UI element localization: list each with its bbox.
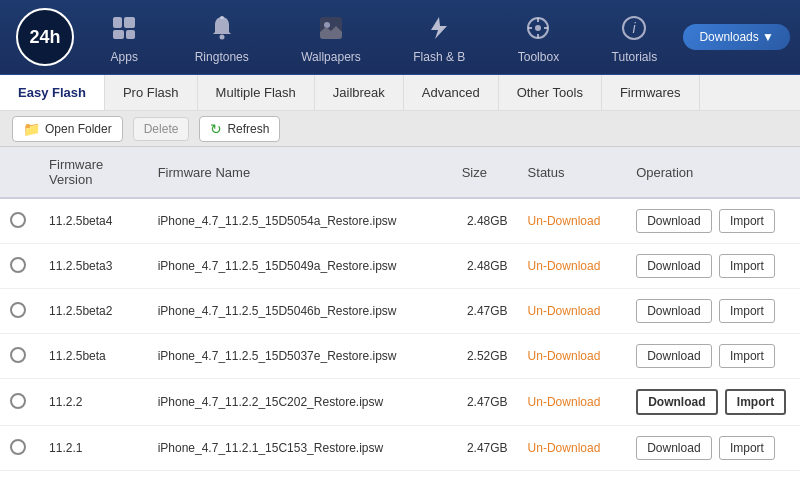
nav-item-flash[interactable]: Flash & B [398, 5, 480, 69]
firmware-operation: Download Import [626, 244, 800, 289]
table-row: 11.2.2 iPhone_4.7_11.2.2_15C202_Restore.… [0, 379, 800, 426]
import-button[interactable]: Import [719, 209, 775, 233]
firmware-operation: Download Import [626, 426, 800, 471]
download-button[interactable]: Download [636, 344, 711, 368]
col-status: Status [518, 147, 627, 198]
nav-item-ringtones[interactable]: Ringtones [180, 5, 264, 69]
tab-firmwares[interactable]: Firmwares [602, 75, 700, 110]
radio-button[interactable] [10, 393, 26, 409]
toolbox-icon [520, 10, 556, 46]
firmware-status: Un-Download [518, 289, 627, 334]
firmware-size: 2.48GB [452, 198, 518, 244]
firmware-size: 2.48GB [452, 244, 518, 289]
radio-cell [0, 244, 39, 289]
status-badge: Un-Download [528, 214, 601, 228]
import-button[interactable]: Import [719, 299, 775, 323]
flash-icon [421, 10, 457, 46]
nav-item-apps[interactable]: Apps [91, 5, 157, 69]
svg-text:i: i [633, 20, 637, 36]
toolbar: 📁 Open Folder Delete ↻ Refresh [0, 111, 800, 147]
download-button[interactable]: Download [636, 436, 711, 460]
radio-cell [0, 198, 39, 244]
tab-easy-flash[interactable]: Easy Flash [0, 75, 105, 110]
delete-label: Delete [144, 122, 179, 136]
refresh-label: Refresh [227, 122, 269, 136]
wallpaper-icon [313, 10, 349, 46]
import-button[interactable]: Import [719, 436, 775, 460]
nav-item-tutorials[interactable]: i Tutorials [597, 5, 673, 69]
open-folder-button[interactable]: 📁 Open Folder [12, 116, 123, 142]
table-row: 11.2.5beta3 iPhone_4.7_11.2.5_15D5049a_R… [0, 244, 800, 289]
import-button[interactable]: Import [719, 254, 775, 278]
firmware-version: 11.2.5beta3 [39, 244, 148, 289]
firmware-table: Firmware Version Firmware Name Size Stat… [0, 147, 800, 471]
table-row: 11.2.5beta4 iPhone_4.7_11.2.5_15D5054a_R… [0, 198, 800, 244]
nav-label-toolbox: Toolbox [518, 50, 559, 64]
import-button[interactable]: Import [719, 344, 775, 368]
radio-cell [0, 379, 39, 426]
delete-button[interactable]: Delete [133, 117, 190, 141]
logo-text: 24h [29, 27, 60, 48]
download-button[interactable]: Download [636, 299, 711, 323]
refresh-button[interactable]: ↻ Refresh [199, 116, 280, 142]
radio-button[interactable] [10, 439, 26, 455]
import-button[interactable]: Import [725, 389, 786, 415]
download-button[interactable]: Download [636, 389, 717, 415]
radio-cell [0, 289, 39, 334]
radio-button[interactable] [10, 212, 26, 228]
firmware-version: 11.2.5beta2 [39, 289, 148, 334]
nav-label-apps: Apps [111, 50, 138, 64]
tab-jailbreak[interactable]: Jailbreak [315, 75, 404, 110]
nav-item-toolbox[interactable]: Toolbox [503, 5, 574, 69]
info-icon: i [616, 10, 652, 46]
col-version: Firmware Version [39, 147, 148, 198]
download-button[interactable]: Download [636, 209, 711, 233]
firmware-version: 11.2.1 [39, 426, 148, 471]
firmware-operation: Download Import [626, 334, 800, 379]
radio-button[interactable] [10, 257, 26, 273]
nav-label-wallpapers: Wallpapers [301, 50, 361, 64]
firmware-version: 11.2.5beta [39, 334, 148, 379]
radio-button[interactable] [10, 302, 26, 318]
status-badge: Un-Download [528, 304, 601, 318]
firmware-version: 11.2.2 [39, 379, 148, 426]
table-row: 11.2.5beta iPhone_4.7_11.2.5_15D5037e_Re… [0, 334, 800, 379]
svg-rect-2 [113, 30, 124, 39]
downloads-top-button[interactable]: Downloads ▼ [683, 24, 790, 50]
firmware-status: Un-Download [518, 198, 627, 244]
radio-button[interactable] [10, 347, 26, 363]
status-badge: Un-Download [528, 395, 601, 409]
firmware-status: Un-Download [518, 426, 627, 471]
download-button[interactable]: Download [636, 254, 711, 278]
tab-advanced[interactable]: Advanced [404, 75, 499, 110]
svg-rect-3 [126, 30, 135, 39]
tab-pro-flash[interactable]: Pro Flash [105, 75, 198, 110]
svg-point-10 [535, 25, 541, 31]
nav-item-wallpapers[interactable]: Wallpapers [286, 5, 376, 69]
radio-cell [0, 334, 39, 379]
col-radio [0, 147, 39, 198]
tab-other-tools[interactable]: Other Tools [499, 75, 602, 110]
firmware-status: Un-Download [518, 334, 627, 379]
firmware-size: 2.47GB [452, 426, 518, 471]
firmware-name: iPhone_4.7_11.2.2_15C202_Restore.ipsw [148, 379, 452, 426]
firmware-name: iPhone_4.7_11.2.1_15C153_Restore.ipsw [148, 426, 452, 471]
col-size: Size [452, 147, 518, 198]
firmware-size: 2.52GB [452, 334, 518, 379]
firmware-version: 11.2.5beta4 [39, 198, 148, 244]
firmware-operation: Download Import [626, 289, 800, 334]
firmware-size: 2.47GB [452, 379, 518, 426]
refresh-icon: ↻ [210, 121, 222, 137]
apps-icon [106, 10, 142, 46]
tabs-bar: Easy Flash Pro Flash Multiple Flash Jail… [0, 75, 800, 111]
tab-multiple-flash[interactable]: Multiple Flash [198, 75, 315, 110]
table-row: 11.2.1 iPhone_4.7_11.2.1_15C153_Restore.… [0, 426, 800, 471]
status-badge: Un-Download [528, 259, 601, 273]
logo: 24h [16, 8, 74, 66]
table-header: Firmware Version Firmware Name Size Stat… [0, 147, 800, 198]
firmware-size: 2.47GB [452, 289, 518, 334]
firmware-status: Un-Download [518, 244, 627, 289]
open-folder-label: Open Folder [45, 122, 112, 136]
col-name: Firmware Name [148, 147, 452, 198]
firmware-name: iPhone_4.7_11.2.5_15D5037e_Restore.ipsw [148, 334, 452, 379]
